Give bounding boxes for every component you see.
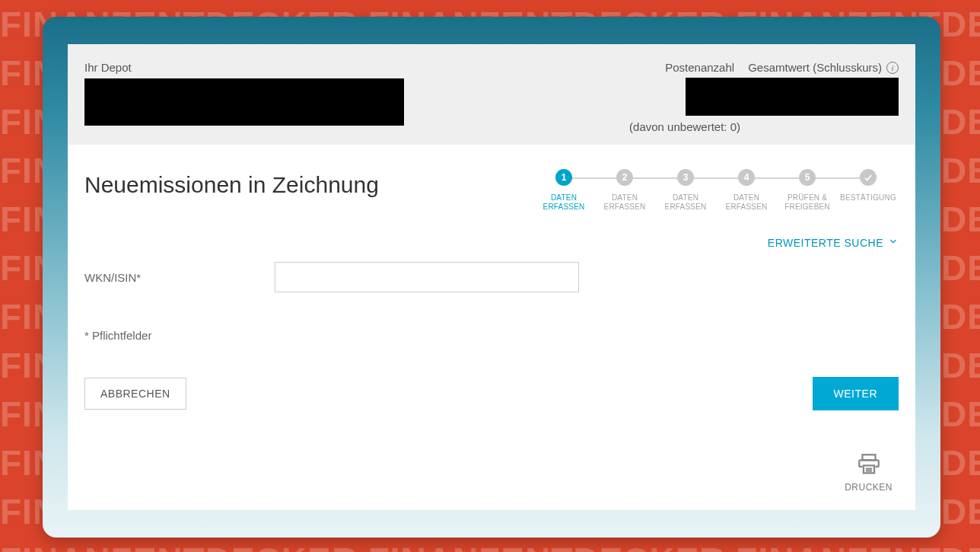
step-connector xyxy=(625,177,686,179)
step-1[interactable]: 1DATENERFASSEN xyxy=(533,169,594,212)
main-card: Ihr Depot Postenanzahl Gesamtwert (Schlu… xyxy=(43,17,940,538)
info-icon[interactable]: i xyxy=(886,62,899,74)
content-area: Neuemissionen in Zeichnung 1DATENERFASSE… xyxy=(68,145,915,506)
wkn-row: WKN/ISIN* xyxy=(84,262,899,292)
step-label: DATENERFASSEN xyxy=(604,193,646,212)
print-button[interactable]: DRUCKEN xyxy=(845,451,892,493)
step-3[interactable]: 3DATENERFASSEN xyxy=(655,169,716,212)
gesamtwert-label: Gesamtwert (Schlusskurs) xyxy=(748,61,882,74)
step-number: 3 xyxy=(677,169,694,186)
print-label: DRUCKEN xyxy=(845,482,892,493)
chevron-down-icon xyxy=(888,236,899,249)
wkn-isin-label: WKN/ISIN* xyxy=(84,271,275,284)
step-number: 5 xyxy=(799,169,816,186)
step-label: PRÜFEN &FREIGEBEN xyxy=(784,193,830,212)
next-button[interactable]: WEITER xyxy=(813,377,899,410)
summary-value-redacted xyxy=(686,78,899,116)
depot-value-redacted xyxy=(84,78,404,126)
postenanzahl-label: Postenanzahl xyxy=(665,61,734,74)
wkn-isin-input[interactable] xyxy=(275,262,579,292)
step-number: 1 xyxy=(555,169,572,186)
checkmark-icon xyxy=(860,169,877,186)
step-label: DATENERFASSEN xyxy=(726,193,768,212)
step-connector xyxy=(686,177,746,179)
step-label: DATENERFASSEN xyxy=(543,193,585,212)
progress-stepper: 1DATENERFASSEN2DATENERFASSEN3DATENERFASS… xyxy=(533,169,899,212)
step-6[interactable]: BESTÄTIGUNG xyxy=(838,169,899,203)
step-connector xyxy=(807,177,868,179)
advanced-search-label: ERWEITERTE SUCHE xyxy=(768,237,883,249)
step-5[interactable]: 5PRÜFEN &FREIGEBEN xyxy=(777,169,838,212)
depot-header: Ihr Depot Postenanzahl Gesamtwert (Schlu… xyxy=(68,44,915,145)
action-buttons: ABBRECHEN WEITER xyxy=(84,377,899,410)
required-fields-note: * Pflichtfelder xyxy=(84,329,899,342)
step-number: 2 xyxy=(616,169,633,186)
davon-unbewertet-text: (davon unbewertet: 0) xyxy=(629,120,740,133)
printer-icon xyxy=(856,451,882,477)
step-label: DATENERFASSEN xyxy=(665,193,707,212)
step-connector xyxy=(746,177,807,179)
inner-panel: Ihr Depot Postenanzahl Gesamtwert (Schlu… xyxy=(68,44,915,510)
summary-labels: Postenanzahl Gesamtwert (Schlusskurs) i xyxy=(665,61,899,74)
step-2[interactable]: 2DATENERFASSEN xyxy=(594,169,655,212)
cancel-button[interactable]: ABBRECHEN xyxy=(84,378,186,410)
step-number: 4 xyxy=(738,169,755,186)
step-4[interactable]: 4DATENERFASSEN xyxy=(716,169,777,212)
advanced-search-toggle[interactable]: ERWEITERTE SUCHE xyxy=(768,236,899,249)
step-label: BESTÄTIGUNG xyxy=(840,193,896,203)
step-connector xyxy=(564,177,625,179)
